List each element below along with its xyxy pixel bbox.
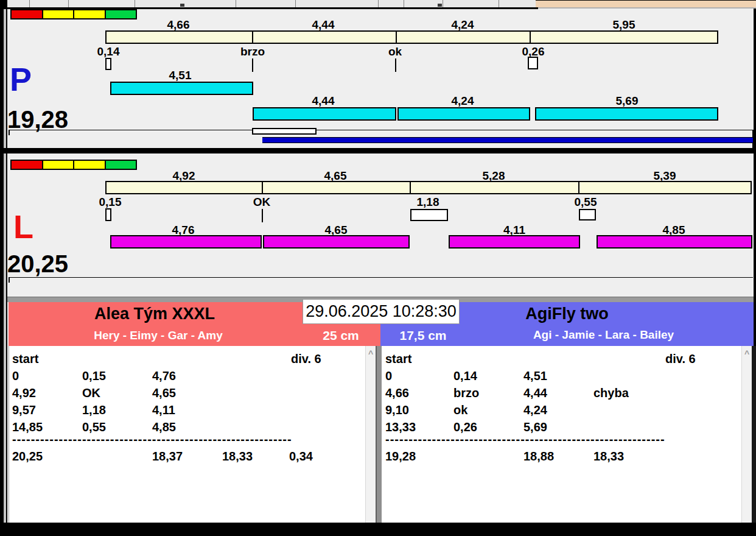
- table-cell: 9,57: [12, 403, 36, 417]
- scroll-up-icon[interactable]: ^: [742, 350, 752, 358]
- tick-mark-line: [262, 209, 263, 222]
- table-cell: 4,92: [12, 386, 36, 400]
- tick-label: 1,18: [401, 196, 455, 208]
- split-bar-divider: [262, 181, 263, 194]
- table-divider: [376, 346, 382, 523]
- panel-strip-left-tick: [9, 130, 10, 135]
- toolbar-separator: [236, 0, 236, 7]
- toolbar-separator: [135, 0, 135, 7]
- run-bar: [110, 235, 262, 249]
- run-label: 4,65: [299, 224, 373, 236]
- app-window: 4,66 4,44 4,24 5,95 0,14 brzo ok 0,26 P …: [0, 0, 756, 536]
- table-cell: brzo: [453, 386, 479, 400]
- run-label: 4,51: [144, 69, 217, 81]
- table-separator-dashes: ----------------------------------------…: [385, 434, 668, 445]
- table-cell: 1,18: [82, 403, 106, 417]
- tick-label: 0,26: [506, 46, 561, 57]
- tick-mark-line: [252, 58, 253, 72]
- strip-red-cell: [10, 9, 43, 19]
- run-bar: [110, 82, 253, 95]
- run-label: 4,85: [637, 224, 710, 236]
- status-strip-l: [10, 160, 137, 170]
- tick-label: ok: [368, 46, 422, 57]
- table-cell: 0: [385, 369, 392, 383]
- scrollbar-left-table[interactable]: ^: [365, 346, 376, 523]
- tick-mark-box: [579, 209, 596, 220]
- table-cell: 4,76: [152, 369, 176, 383]
- table-cell: 0: [12, 369, 19, 383]
- strip-yellow-cell: [74, 9, 106, 19]
- table-cell: 0,55: [82, 420, 106, 434]
- table-header-div: div. 6: [291, 352, 321, 365]
- window-left-frame-stripe: [4, 9, 6, 523]
- split-label: 5,39: [628, 170, 701, 182]
- tick-mark-box: [105, 58, 111, 70]
- split-label: 4,65: [299, 170, 372, 182]
- team-left-name: Alea Tým XXXL: [9, 305, 301, 323]
- table-cell: 0,26: [453, 420, 477, 434]
- course-letter-p: P: [10, 65, 32, 94]
- marker-bar-white: [252, 128, 317, 135]
- run-label: 5,69: [590, 95, 663, 107]
- toolbar-separator: [68, 0, 69, 7]
- run-bar: [263, 235, 410, 249]
- team-left-members: Hery - Eimy - Gar - Amy: [40, 329, 277, 342]
- split-label: 4,66: [142, 19, 215, 30]
- tick-mark-box: [410, 209, 448, 221]
- table-total: 18,88: [523, 450, 554, 463]
- strip-green-cell: [106, 160, 138, 170]
- table-cell: 0,15: [82, 369, 106, 383]
- tick-label: brzo: [225, 46, 280, 57]
- panel-strip-line: [9, 130, 753, 130]
- toolbar-remnant[interactable]: [7, 0, 536, 7]
- toolbar-separator: [295, 0, 296, 7]
- team-right-height: 17,5 cm: [383, 328, 463, 343]
- run-bar: [449, 235, 580, 249]
- toolbar-text-remnant: [180, 4, 184, 7]
- split-bar-divider: [530, 30, 531, 44]
- table-cell: 4,65: [152, 386, 176, 400]
- toolbar-separator: [378, 0, 379, 7]
- tick-mark-box: [105, 208, 111, 221]
- tick-label: 0,55: [558, 196, 613, 208]
- split-bar-p: [105, 30, 718, 44]
- run-label: 4,44: [287, 95, 360, 107]
- scrollbar-right-table[interactable]: ^: [741, 346, 752, 523]
- split-label: 5,28: [457, 170, 530, 182]
- team-right-members: Agi - Jamie - Lara - Bailey: [453, 328, 754, 342]
- tick-label: 0,15: [83, 196, 138, 208]
- table-cell: 4,51: [523, 369, 547, 383]
- course-letter-l: L: [13, 212, 33, 241]
- split-label: 5,95: [587, 19, 660, 30]
- timestamp: 29.06.2025 10:28:30: [303, 300, 459, 323]
- split-bar-divider: [252, 30, 253, 44]
- table-cell: 4,24: [523, 403, 547, 417]
- table-total: 19,28: [385, 450, 416, 463]
- total-time-l: 20,25: [7, 252, 68, 275]
- table-cell-fault: chyba: [593, 386, 629, 400]
- table-total: 20,25: [12, 450, 43, 463]
- table-cell: 5,69: [523, 420, 547, 434]
- tick-mark-line: [395, 58, 396, 72]
- panel-separator: [3, 148, 754, 153]
- strip-green-cell: [106, 9, 138, 19]
- table-cell: 0,14: [453, 369, 477, 383]
- split-bar-divider: [410, 181, 411, 194]
- scroll-up-icon[interactable]: ^: [366, 350, 376, 358]
- tick-mark-box: [528, 57, 538, 69]
- table-header-start: start: [385, 352, 411, 365]
- table-cell: 4,11: [152, 403, 175, 417]
- panel-strip-left-tick: [9, 277, 10, 283]
- toolbar-separator: [29, 0, 30, 7]
- tick-label: OK: [234, 196, 289, 208]
- progress-bar-blue: [262, 137, 753, 143]
- table-total: 18,33: [222, 450, 253, 463]
- strip-yellow-cell: [43, 9, 75, 19]
- table-header-start: start: [12, 352, 38, 365]
- strip-yellow-cell: [74, 160, 106, 170]
- table-separator-dashes: ----------------------------------------…: [12, 434, 293, 445]
- split-label: 4,44: [287, 19, 360, 30]
- run-label: 4,24: [426, 95, 499, 107]
- table-cell: 13,33: [385, 420, 416, 434]
- table-total: 0,34: [289, 450, 313, 463]
